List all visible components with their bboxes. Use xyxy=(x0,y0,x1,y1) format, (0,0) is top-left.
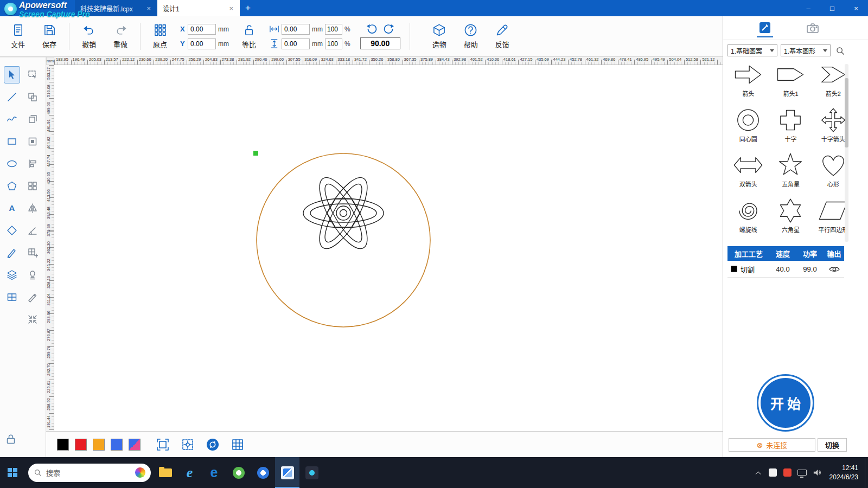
y-input[interactable] xyxy=(188,38,216,49)
tool-select[interactable] xyxy=(4,66,20,84)
category-dropdown[interactable]: 1.基础图案 xyxy=(727,44,777,56)
design-canvas[interactable] xyxy=(54,65,723,431)
grid-button[interactable] xyxy=(229,436,246,453)
tool-hand[interactable] xyxy=(24,288,41,306)
frame-button[interactable] xyxy=(155,436,171,453)
tool-text[interactable]: A xyxy=(4,200,20,217)
shape-arrow[interactable]: 箭头 xyxy=(727,62,769,103)
tool-line[interactable] xyxy=(4,88,20,106)
tab-design[interactable] xyxy=(757,19,773,37)
origin-button[interactable]: 原点 xyxy=(144,23,176,49)
shape-spiral[interactable]: 螺旋线 xyxy=(727,198,769,239)
tool-shrink[interactable] xyxy=(24,311,41,328)
undo-button[interactable]: 撤销 xyxy=(73,23,105,49)
tool-weld[interactable] xyxy=(24,266,41,284)
redo-button[interactable]: 重做 xyxy=(105,23,136,49)
rotation-input[interactable] xyxy=(360,37,400,49)
taskbar-app-ie[interactable]: e xyxy=(177,457,202,488)
document-tab-1[interactable]: 科技奖牌最新.lcpx × xyxy=(75,0,157,16)
taskbar-app-folder[interactable] xyxy=(153,457,177,488)
taskbar-app-edge[interactable]: e xyxy=(202,457,226,488)
search-highlights-icon[interactable] xyxy=(135,467,145,478)
tab-close-icon[interactable]: × xyxy=(145,4,152,12)
color-swatch-2[interactable] xyxy=(75,439,87,451)
taskbar-clock[interactable]: 12:41 2024/6/23 xyxy=(824,464,865,482)
tool-curve[interactable] xyxy=(4,111,20,128)
close-button[interactable]: × xyxy=(844,0,868,16)
switch-device-button[interactable]: 切换 xyxy=(818,438,847,452)
color-swatch-3[interactable] xyxy=(93,439,105,451)
ratio-lock-button[interactable]: 等比 xyxy=(233,23,265,49)
shape-concentric-circle[interactable]: 同心圆 xyxy=(727,107,769,149)
tool-table[interactable] xyxy=(4,288,20,306)
shape-star6[interactable]: 六角星 xyxy=(770,198,811,239)
tray-ime-icon[interactable] xyxy=(765,457,780,488)
tool-layers[interactable] xyxy=(4,266,20,284)
width-input[interactable] xyxy=(282,24,310,35)
tool-mirror[interactable] xyxy=(24,200,41,217)
tool-shape-union[interactable] xyxy=(24,88,41,106)
tool-duplicate[interactable] xyxy=(24,111,41,128)
position-fields: X mm Y mm xyxy=(180,23,229,50)
process-row-cut[interactable]: 切割 40.0 99.0 xyxy=(727,261,844,278)
width-percent-input[interactable] xyxy=(325,24,342,35)
color-swatch-4[interactable] xyxy=(111,439,123,451)
tool-node-select[interactable] xyxy=(24,66,41,84)
tool-array[interactable] xyxy=(24,177,41,195)
minimize-button[interactable]: – xyxy=(796,0,820,16)
feedback-button[interactable]: 反馈 xyxy=(487,23,518,49)
sync-button[interactable] xyxy=(205,436,221,453)
maximize-button[interactable]: □ xyxy=(820,0,844,16)
taskbar-app-lasermaker[interactable] xyxy=(275,457,299,488)
scrollbar-thumb[interactable] xyxy=(845,78,848,147)
gallery-scrollbar[interactable] xyxy=(845,64,848,242)
shape-star5[interactable]: 五角星 xyxy=(770,152,811,194)
lock-button[interactable] xyxy=(5,433,20,448)
height-input[interactable] xyxy=(282,38,310,49)
tool-polygon[interactable] xyxy=(4,177,20,195)
tray-app-red-icon[interactable] xyxy=(780,457,795,488)
shape-search-button[interactable] xyxy=(834,44,846,56)
save-button[interactable]: 保存 xyxy=(34,23,65,49)
design-atom-shape[interactable] xyxy=(303,171,384,255)
tray-expand-icon[interactable] xyxy=(751,457,765,488)
taskbar-app-capture[interactable] xyxy=(299,457,324,488)
taskbar-app-blue-browser[interactable] xyxy=(251,457,275,488)
tool-align[interactable] xyxy=(24,155,41,172)
x-input[interactable] xyxy=(188,24,216,35)
shape-arrow1[interactable]: 箭头1 xyxy=(770,62,811,103)
tool-rectangle[interactable] xyxy=(4,133,20,150)
document-tab-2[interactable]: 设计1 × xyxy=(157,0,240,16)
rotate-cw-button[interactable] xyxy=(383,24,395,36)
show-desktop-button[interactable] xyxy=(865,457,868,488)
output-visibility-toggle[interactable] xyxy=(824,266,844,273)
tool-ellipse[interactable] xyxy=(4,155,20,172)
tab-close-icon[interactable]: × xyxy=(228,4,234,12)
taskbar-search[interactable]: 搜索 xyxy=(28,464,151,482)
subcategory-dropdown[interactable]: 1.基本图形 xyxy=(781,44,831,56)
tool-measure[interactable] xyxy=(4,244,20,261)
selection-marker[interactable] xyxy=(253,151,258,156)
shape-cross[interactable]: 十字 xyxy=(770,107,811,149)
tray-volume-icon[interactable] xyxy=(809,457,824,488)
design-circle-outline[interactable] xyxy=(257,153,430,327)
tab-camera[interactable] xyxy=(805,19,821,37)
start-menu-button[interactable] xyxy=(0,457,25,488)
new-tab-button[interactable]: + xyxy=(240,0,256,16)
rotate-ccw-button[interactable] xyxy=(366,24,378,36)
height-percent-input[interactable] xyxy=(325,38,342,49)
start-button[interactable]: 开始 xyxy=(757,374,814,432)
color-swatch-1[interactable] xyxy=(57,439,69,451)
taskbar-app-green-browser[interactable] xyxy=(226,457,251,488)
shape-double-arrow[interactable]: 双箭头 xyxy=(727,152,769,194)
fit-view-button[interactable] xyxy=(180,436,196,453)
color-swatch-5[interactable] xyxy=(129,439,141,451)
create-button[interactable]: 造物 xyxy=(424,23,455,49)
tool-diamond[interactable] xyxy=(4,222,20,239)
tray-display-icon[interactable] xyxy=(795,457,809,488)
help-button[interactable]: 帮助 xyxy=(455,23,487,49)
tool-incline[interactable] xyxy=(24,222,41,239)
tool-offset[interactable] xyxy=(24,133,41,150)
tool-grid-plus[interactable] xyxy=(24,244,41,261)
file-button[interactable]: 文件 xyxy=(2,23,34,49)
